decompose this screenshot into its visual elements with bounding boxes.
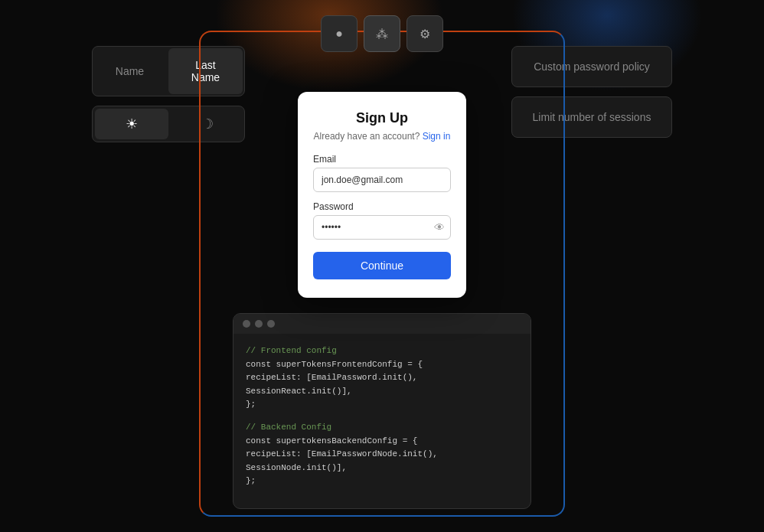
password-label: Password [313,201,451,212]
icon-btn-hash[interactable]: ⁂ [364,15,400,52]
password-input[interactable] [313,215,451,240]
dot-2 [255,320,263,328]
email-input[interactable] [313,168,451,192]
code-editor: // Frontend config const superTokensFron… [233,313,531,509]
icon-btn-gear[interactable]: ⚙ [406,15,443,52]
dark-theme-button[interactable]: ☽ [171,106,244,142]
password-group: Password 👁 [313,201,451,240]
frontend-recipe: recipeList: [EmailPassword.init(), Sessi… [246,371,518,398]
backend-recipe: recipeList: [EmailPasswordNode.init(), S… [246,448,518,475]
custom-password-button[interactable]: Custom password policy [511,46,672,87]
editor-titlebar [233,314,531,334]
modal-subtitle: Already have an account? Sign in [313,131,451,142]
name-row: Name Last Name [92,46,245,96]
lastname-button[interactable]: Last Name [168,48,243,94]
left-panel: Name Last Name ☀ ☽ [92,46,245,142]
backend-config-block: // Backend Config const supertokensBacke… [246,421,518,488]
frontend-const: const superTokensFrontendConfig = { [246,358,518,372]
dot-3 [267,320,275,328]
backend-comment: // Backend Config [246,421,518,435]
backend-const: const supertokensBackendConfig = { [246,435,518,449]
frontend-comment: // Frontend config [246,344,518,358]
frontend-close: }; [246,398,518,412]
frontend-config-block: // Frontend config const superTokensFron… [246,344,518,412]
name-button[interactable]: Name [93,47,167,96]
icon-btn-circle[interactable]: ● [321,15,358,52]
main-container: ● ⁂ ⚙ Name Last Name ☀ ☽ Custom password… [92,31,672,517]
circle-icon: ● [335,27,343,41]
moon-icon: ☽ [201,116,214,132]
dot-1 [243,320,250,328]
backend-close: }; [246,475,518,488]
email-group: Email [313,154,451,192]
limit-sessions-button[interactable]: Limit number of sessions [511,96,672,138]
theme-toggle: ☀ ☽ [92,106,245,142]
eye-icon[interactable]: 👁 [434,221,445,233]
signup-modal: Sign Up Already have an account? Sign in… [298,92,466,298]
top-icon-bar: ● ⁂ ⚙ [321,15,443,52]
editor-body: // Frontend config const superTokensFron… [233,334,531,508]
continue-button[interactable]: Continue [313,252,451,279]
sun-icon: ☀ [126,116,138,132]
right-panel: Custom password policy Limit number of s… [511,46,672,138]
gear-icon: ⚙ [420,27,430,41]
modal-title: Sign Up [313,110,451,126]
email-label: Email [313,154,451,165]
hash-icon: ⁂ [376,27,388,41]
password-wrapper: 👁 [313,215,451,240]
light-theme-button[interactable]: ☀ [95,109,168,139]
signin-link[interactable]: Sign in [423,131,451,142]
